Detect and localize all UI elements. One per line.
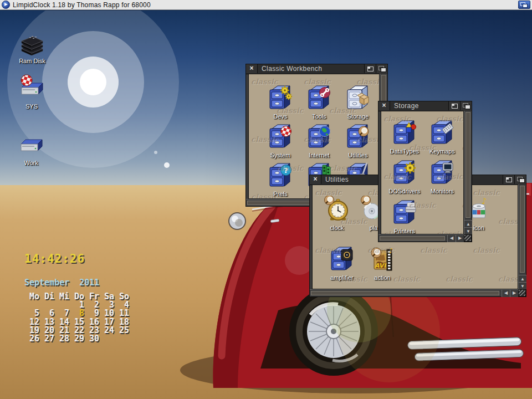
cab-gear2-icon [268, 84, 293, 111]
amiga-workbench-screen: LimpidClock 1.18 by Thomas Rapp for 6800… [0, 0, 532, 399]
icon-prefs[interactable]: ?Prefs [262, 162, 299, 198]
calendar-month-line: September2011 [24, 278, 129, 288]
svg-text:♪: ♪ [388, 247, 393, 255]
screen-depth-gadget[interactable] [518, 1, 530, 9]
cab-wrench-icon [306, 84, 332, 111]
icon-storage[interactable]: Storage [339, 84, 377, 121]
close-gadget[interactable]: × [310, 175, 321, 184]
icon-label: clock [330, 225, 344, 231]
scroll-thumb[interactable] [466, 112, 470, 218]
limpidclock-widget: 14:42:26 September2011 MoDiMiDoFrSaSo 12… [24, 252, 129, 342]
calendar-day-cell: 27 [39, 334, 54, 344]
calendar-week-row: 12131415161718 [24, 317, 129, 325]
scroll-up-arrow[interactable]: ▲ [519, 275, 526, 282]
clockface-icon [324, 196, 350, 222]
drive-ball-icon [19, 74, 44, 101]
scroll-down-arrow[interactable]: ▼ [464, 227, 472, 234]
scroll-right-arrow[interactable]: ▶ [510, 290, 518, 297]
scroll-thumb[interactable] [380, 236, 445, 241]
icon-datatypes[interactable]: DataTypes [386, 119, 423, 156]
calendar-weekday-row: MoDiMiDoFrSaSo [24, 291, 129, 300]
icon-label: Prefs [273, 191, 288, 197]
icon-clock[interactable]: clock [318, 196, 356, 232]
scroll-down-arrow[interactable]: ▼ [519, 282, 526, 289]
icon-action[interactable]: AVI♪action [364, 245, 401, 282]
resize-gadget[interactable] [464, 234, 472, 242]
screen-titlebar[interactable]: LimpidClock 1.18 by Thomas Rapp for 6800… [0, 0, 532, 10]
depth-gadget[interactable] [376, 64, 387, 73]
icon-label: pla [370, 225, 378, 231]
screen-title: LimpidClock 1.18 by Thomas Rapp for 6800… [13, 1, 151, 9]
icon-sys[interactable]: SYS [11, 74, 53, 111]
zoom-gadget[interactable] [364, 64, 376, 73]
close-gadget[interactable]: × [246, 64, 258, 73]
cab-boing-icon [268, 123, 293, 150]
film-icon: AVI♪ [370, 245, 395, 272]
icon-label: Storage [347, 114, 369, 120]
icon-dosdrivers[interactable]: DOSdrivers [386, 159, 423, 196]
icon-label: Devs [273, 114, 287, 120]
cab-globe-icon [306, 123, 332, 150]
icon-label: Work [24, 160, 38, 166]
limpidclock-icon [2, 1, 10, 9]
zoom-gadget[interactable] [448, 101, 460, 110]
icon-label: Printers [394, 228, 415, 234]
icon-label: Tools [312, 114, 326, 120]
depth-gadget[interactable] [514, 175, 526, 184]
svg-text:♪: ♪ [482, 196, 487, 206]
resize-gadget[interactable] [518, 289, 526, 296]
depth-gadget[interactable] [460, 101, 472, 110]
icon-utilities[interactable]: Utilities [339, 123, 377, 160]
icon-label: Keymaps [429, 149, 455, 155]
calendar-week-row: 567891011 [24, 308, 129, 316]
vertical-scrollbar[interactable]: ▲ ▼ [518, 185, 526, 289]
icon-keymaps[interactable]: Keymaps [423, 119, 461, 156]
cab-shapes-icon [392, 119, 417, 146]
scroll-up-arrow[interactable]: ▲ [464, 220, 472, 227]
calendar-day-cell: 28 [54, 334, 69, 344]
calendar-grid: MoDiMiDoFrSaSo 1234567891011121314151617… [24, 291, 129, 342]
watermark-text: classic [498, 217, 518, 226]
drive-icon [18, 131, 44, 157]
calendar-month: September [24, 278, 69, 288]
icon-work[interactable]: Work [10, 131, 52, 167]
icon-system[interactable]: System [262, 123, 299, 160]
icon-monitors[interactable]: Monitors [423, 159, 461, 196]
cab-printer-icon [392, 199, 417, 226]
icon-label: System [270, 152, 291, 158]
svg-text:AVI: AVI [375, 262, 387, 269]
icon-ram-disk[interactable]: Ram Disk [11, 29, 53, 65]
watermark-text: classic [420, 246, 447, 254]
titlebar-classic-workbench[interactable]: × Classic Workbench [246, 64, 387, 74]
scroll-left-arrow[interactable]: ◀ [502, 290, 510, 297]
close-gadget[interactable]: × [378, 101, 390, 110]
window-content-storage: DataTypesKeymapsDOSdriversMonitorsPrinte… [381, 111, 464, 234]
chips-icon [19, 29, 45, 55]
sun-icon [80, 69, 106, 95]
scroll-right-arrow[interactable]: ▶ [456, 235, 464, 242]
calendar-year: 2011 [79, 278, 99, 288]
icon-internet[interactable]: Internet [300, 123, 338, 160]
scroll-left-arrow[interactable]: ◀ [447, 235, 456, 242]
zoom-gadget[interactable] [503, 175, 514, 184]
cab-magnify-icon [345, 123, 371, 150]
titlebar-storage[interactable]: × Storage [378, 101, 472, 111]
icon-devs[interactable]: Devs [262, 84, 299, 121]
icon-label: amplifier [330, 275, 354, 281]
cab-question-icon: ? [268, 162, 293, 188]
scroll-thumb[interactable] [311, 291, 499, 295]
icon-label: SYS [25, 104, 38, 110]
icon-tools[interactable]: Tools [300, 84, 338, 121]
icon-label: DataTypes [390, 149, 420, 155]
calendar-week-row: 1234 [24, 300, 129, 308]
icon-amplifier[interactable]: amplifier [323, 245, 361, 282]
calendar-week-row: 2627282930 [24, 334, 129, 342]
icon-label: Ram Disk [19, 58, 45, 64]
horizontal-scrollbar[interactable]: ◀ ▶ [378, 234, 464, 242]
icon-printers[interactable]: Printers [386, 199, 423, 234]
vertical-scrollbar[interactable]: ▲ ▼ [464, 111, 472, 234]
scroll-thumb[interactable] [520, 186, 525, 273]
icon-label: Utilities [348, 152, 367, 158]
window-title: Storage [390, 101, 448, 111]
horizontal-scrollbar[interactable]: ◀ ▶ [310, 289, 518, 296]
